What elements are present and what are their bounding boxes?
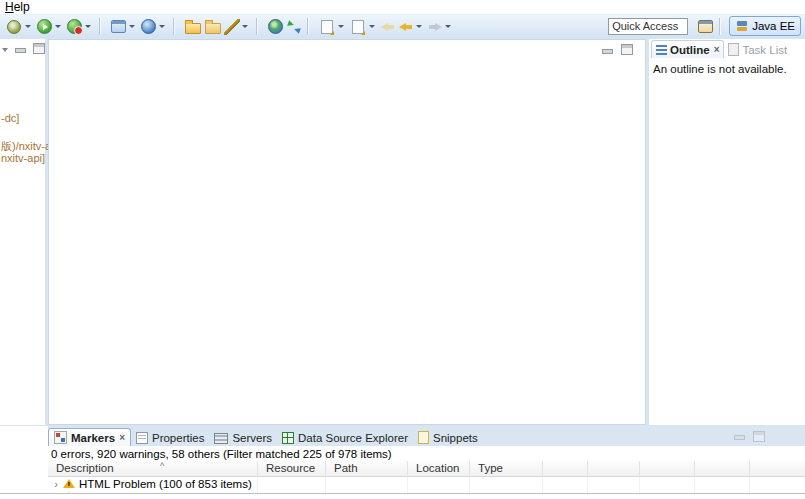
column-header-empty[interactable] [543, 461, 588, 477]
tab-properties-label: Properties [152, 432, 204, 444]
tab-outline-label: Outline [670, 44, 710, 56]
sort-ascending-icon: ^ [160, 459, 164, 474]
maximize-icon[interactable] [753, 431, 765, 442]
mark-occurrences-button[interactable] [223, 18, 252, 36]
tab-markers[interactable]: Markers × [48, 428, 131, 446]
row-label: HTML Problem (100 of 853 items) [79, 478, 252, 490]
toolbar-separator [719, 18, 721, 35]
maximize-icon[interactable] [621, 44, 633, 55]
column-header-path[interactable]: Path [326, 461, 408, 477]
back-arrow-icon [398, 19, 414, 35]
synchronize-button[interactable] [285, 18, 303, 36]
bottom-panel-controls [734, 431, 765, 442]
forward-button[interactable] [426, 18, 455, 36]
new-wizard-button[interactable] [4, 17, 35, 37]
chevron-down-icon[interactable] [55, 25, 61, 28]
toolbar-group-run [4, 17, 95, 37]
editor-area[interactable] [48, 39, 646, 425]
next-annotation-button[interactable] [317, 17, 348, 37]
column-header-location[interactable]: Location [408, 461, 470, 477]
column-header-empty[interactable] [750, 461, 805, 477]
chevron-down-icon[interactable] [25, 25, 31, 28]
import-folder-icon [185, 23, 201, 34]
chevron-down-icon[interactable] [85, 25, 91, 28]
minimize-icon[interactable] [734, 435, 745, 440]
column-label: Path [334, 462, 358, 474]
project-explorer-panel: -dc] 版)/nxitv-a nxitv-api] [0, 39, 45, 425]
markers-table-body: › HTML Problem (100 of 853 items) › JSP … [48, 477, 805, 493]
toolbar-separator [307, 18, 309, 35]
tab-data-source-explorer-label: Data Source Explorer [298, 432, 408, 444]
column-header-empty[interactable] [695, 461, 750, 477]
run-button[interactable] [35, 17, 65, 36]
tab-servers[interactable]: Servers [209, 429, 277, 446]
run-external-icon [67, 19, 82, 34]
view-menu-icon[interactable] [2, 48, 8, 52]
chevron-down-icon[interactable] [129, 25, 135, 28]
export-button[interactable] [203, 17, 223, 37]
last-edit-arrow-icon [380, 19, 396, 35]
tab-servers-label: Servers [232, 432, 272, 444]
perspective-javaee-button[interactable]: Java EE [729, 16, 801, 36]
column-label: Resource [266, 462, 315, 474]
tree-item-label[interactable]: -dc] [1, 112, 19, 124]
tab-snippets[interactable]: Snippets [413, 429, 483, 446]
column-header-description[interactable]: Description^ [48, 461, 258, 477]
maximize-icon[interactable] [33, 43, 45, 54]
toolbar-group-nav [317, 17, 455, 37]
new-javaee-project-button[interactable] [109, 17, 139, 36]
column-header-type[interactable]: Type [470, 461, 543, 477]
next-annotation-icon [321, 20, 333, 34]
sync-arrows-icon [286, 19, 302, 35]
toolbar-separator [173, 18, 175, 35]
menu-help[interactable]: Help [5, 0, 30, 14]
tab-data-source-explorer[interactable]: Data Source Explorer [277, 429, 413, 446]
previous-annotation-button[interactable] [348, 17, 379, 37]
new-wizard-icon [7, 20, 21, 34]
chevron-down-icon[interactable] [416, 25, 422, 28]
column-header-resource[interactable]: Resource [258, 461, 326, 477]
chevron-down-icon[interactable] [369, 25, 375, 28]
chevron-down-icon[interactable] [242, 25, 248, 28]
window-bottom-edge [0, 493, 805, 494]
tab-task-list-label: Task List [742, 44, 787, 56]
run-icon [37, 19, 52, 34]
markers-icon [54, 431, 67, 444]
run-external-button[interactable] [65, 17, 95, 36]
outline-icon [656, 44, 667, 55]
menu-bar: Help [0, 0, 805, 14]
open-perspective-button[interactable] [696, 17, 715, 36]
minimize-icon[interactable] [602, 49, 613, 54]
perspective-label: Java EE [752, 20, 795, 32]
close-icon[interactable]: × [119, 432, 125, 443]
tab-markers-label: Markers [71, 432, 115, 444]
column-header-empty[interactable] [640, 461, 695, 477]
expand-chevron-icon[interactable]: › [51, 478, 61, 490]
chevron-down-icon[interactable] [338, 25, 344, 28]
workbench-main: -dc] 版)/nxitv-a nxitv-api] Outline × Tas… [0, 38, 805, 426]
table-row[interactable]: › HTML Problem (100 of 853 items) [48, 477, 805, 490]
previous-annotation-icon [352, 20, 364, 34]
web-browser-button[interactable] [266, 17, 285, 36]
tab-snippets-label: Snippets [433, 432, 478, 444]
column-header-empty[interactable] [588, 461, 640, 477]
new-server-button[interactable] [139, 17, 169, 36]
chevron-down-icon[interactable] [445, 25, 451, 28]
tab-task-list[interactable]: Task List [724, 41, 791, 58]
quick-access-input[interactable] [608, 18, 688, 35]
toolbar-group-new [109, 17, 169, 36]
toolbar-separator [99, 18, 101, 35]
close-icon[interactable]: × [714, 44, 720, 55]
tree-item-label[interactable]: nxitv-api] [1, 152, 45, 164]
back-button[interactable] [397, 18, 426, 36]
chevron-down-icon[interactable] [159, 25, 165, 28]
tab-properties[interactable]: Properties [131, 429, 209, 446]
minimize-icon[interactable] [15, 48, 26, 53]
outline-panel: Outline × Task List An outline is not av… [649, 39, 805, 425]
last-edit-location-button[interactable] [379, 18, 397, 36]
globe-icon [268, 19, 283, 34]
import-button[interactable] [183, 17, 203, 37]
bottom-tab-bar: Markers × Properties Servers Data Source… [48, 426, 805, 446]
tab-outline[interactable]: Outline × [651, 40, 724, 58]
task-list-icon [728, 43, 739, 56]
